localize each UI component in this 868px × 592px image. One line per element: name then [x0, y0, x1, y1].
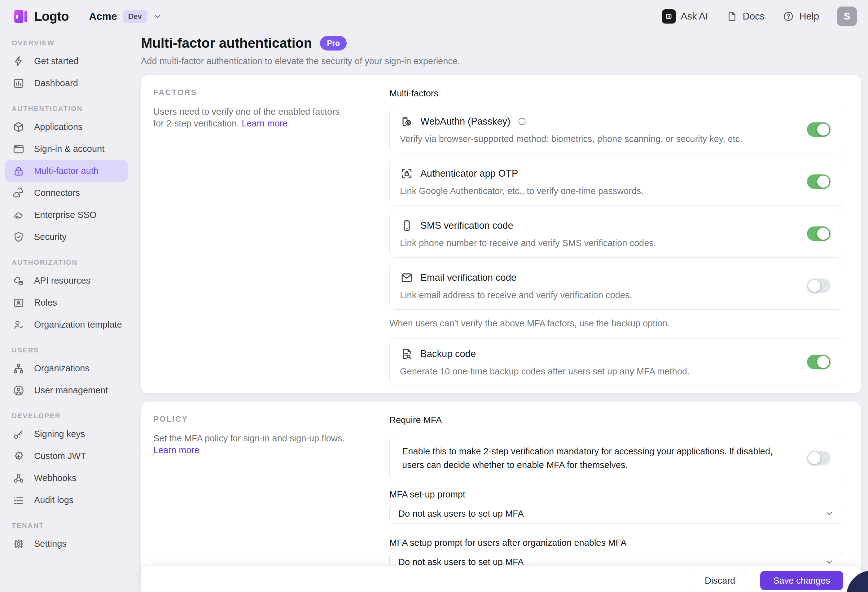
chevron-down-icon	[153, 12, 162, 21]
sidebar-item-audit-logs[interactable]: Audit logs	[5, 489, 128, 511]
sidebar-item-label: Get started	[34, 56, 78, 66]
email-toggle[interactable]	[807, 279, 831, 293]
discard-button[interactable]: Discard	[693, 571, 747, 590]
sidebar-item-webhooks[interactable]: Webhooks	[5, 467, 128, 489]
factor-title: Authenticator app OTP	[421, 167, 518, 180]
header-divider	[79, 10, 79, 23]
sidebar-item-label: Enterprise SSO	[34, 210, 96, 220]
factor-row-webauthn: WebAuthn (Passkey) Verify via browser-su…	[390, 106, 843, 154]
backup-code-toggle[interactable]	[807, 355, 831, 370]
policy-learn-more-link[interactable]: Learn more	[154, 445, 199, 455]
info-icon[interactable]	[517, 117, 527, 126]
docs-label: Docs	[743, 11, 765, 22]
multi-factors-heading: Multi-factors	[390, 88, 843, 99]
help-icon	[782, 10, 794, 22]
mfa-org-prompt-value: Do not ask users to set up MFA	[399, 557, 524, 567]
sidebar-item-organizations[interactable]: Organizations	[5, 357, 128, 379]
org-chart-icon	[12, 362, 25, 375]
sidebar-item-get-started[interactable]: Get started	[5, 50, 128, 72]
dashboard-icon	[12, 77, 25, 90]
require-mfa-text: Enable this to make 2-step verification …	[402, 444, 787, 472]
factor-title: WebAuthn (Passkey)	[421, 115, 511, 128]
sidebar-item-organization-template[interactable]: Organization template	[5, 314, 128, 336]
sidebar-item-connectors[interactable]: Connectors	[5, 182, 128, 204]
sidebar-section-authentication: AUTHENTICATION	[12, 105, 128, 113]
policy-section-label: POLICY	[154, 414, 386, 424]
sidebar-item-api-resources[interactable]: API resources	[5, 270, 128, 292]
lock-icon	[12, 165, 25, 177]
sidebar-item-applications[interactable]: Applications	[5, 116, 128, 138]
sidebar-item-label: Signing keys	[34, 429, 85, 439]
factor-description: Link phone number to receive and verify …	[400, 237, 787, 249]
sidebar-item-custom-jwt[interactable]: Custom JWT	[5, 445, 128, 467]
policy-description-text: Set the MFA policy for sign-in and sign-…	[154, 433, 344, 443]
sidebar-item-label: Multi-factor auth	[34, 166, 99, 176]
jwt-badge-icon	[12, 450, 25, 462]
top-bar: Logto Acme Dev Ask AI Docs Help S	[0, 0, 868, 33]
sidebar-item-sign-in-account[interactable]: Sign-in & account	[5, 138, 128, 160]
docs-button[interactable]: Docs	[726, 10, 765, 22]
factor-row-authenticator-otp: Authenticator app OTP Link Google Authen…	[390, 158, 843, 206]
factor-title: Email verification code	[421, 271, 517, 284]
chevron-down-icon	[824, 509, 834, 518]
sidebar-item-roles[interactable]: Roles	[5, 292, 128, 314]
factor-description: Generate 10 one-time backup codes after …	[400, 366, 787, 377]
sidebar-item-label: Sign-in & account	[34, 144, 105, 154]
sidebar-item-user-management[interactable]: User management	[5, 379, 128, 401]
sidebar-item-security[interactable]: Security	[5, 226, 128, 248]
backup-option-note: When users can't verify the above MFA fa…	[390, 318, 843, 329]
factors-learn-more-link[interactable]: Learn more	[242, 118, 288, 128]
main-content: Multi-factor authentication Pro Add mult…	[133, 33, 868, 592]
org-name: Acme	[89, 10, 117, 22]
backup-code-icon	[400, 347, 413, 361]
sidebar-item-signing-keys[interactable]: Signing keys	[5, 423, 128, 445]
sidebar-item-label: Custom JWT	[34, 451, 86, 461]
sidebar-section-developer: DEVELOPER	[12, 412, 128, 420]
sidebar-item-label: Webhooks	[34, 473, 77, 483]
sidebar-item-settings[interactable]: Settings	[5, 533, 128, 555]
require-mfa-toggle[interactable]	[807, 451, 831, 466]
ask-ai-icon	[662, 9, 676, 24]
browser-icon	[12, 143, 25, 155]
page-title: Multi-factor authentication	[141, 36, 312, 50]
sidebar-section-authorization: AUTHORIZATION	[12, 259, 128, 266]
help-button[interactable]: Help	[782, 10, 819, 22]
cloud-key-icon	[12, 209, 25, 221]
factors-card: FACTORS Users need to verify one of the …	[141, 75, 861, 393]
api-resources-icon	[12, 275, 25, 287]
webhook-icon	[12, 472, 25, 484]
gear-icon	[12, 538, 25, 550]
save-bar: Discard Save changes	[141, 566, 861, 592]
authenticator-otp-toggle[interactable]	[807, 175, 831, 189]
pro-badge: Pro	[320, 36, 347, 50]
sidebar-item-label: Applications	[34, 122, 83, 132]
sms-toggle[interactable]	[807, 226, 831, 241]
factor-description: Link email address to receive and verify…	[400, 290, 787, 300]
sidebar-item-multi-factor-auth[interactable]: Multi-factor auth	[5, 160, 128, 182]
policy-section-description: Set the MFA policy for sign-in and sign-…	[154, 432, 351, 456]
user-circle-icon	[12, 384, 25, 397]
require-mfa-label: Require MFA	[390, 414, 843, 426]
mfa-setup-prompt-label: MFA set-up prompt	[390, 489, 843, 500]
save-changes-button[interactable]: Save changes	[760, 571, 843, 590]
sidebar-item-label: Connectors	[34, 188, 80, 198]
sidebar-section-overview: OVERVIEW	[12, 39, 128, 47]
webauthn-toggle[interactable]	[807, 123, 831, 137]
ask-ai-button[interactable]: Ask AI	[662, 9, 708, 24]
sidebar-item-label: API resources	[34, 275, 90, 286]
list-icon	[12, 494, 25, 506]
sidebar-item-label: Audit logs	[34, 495, 74, 505]
bolt-icon	[12, 55, 25, 68]
sidebar-item-enterprise-sso[interactable]: Enterprise SSO	[5, 204, 128, 226]
sidebar-item-dashboard[interactable]: Dashboard	[5, 72, 128, 94]
sidebar-item-label: User management	[34, 385, 108, 395]
help-label: Help	[799, 11, 819, 22]
sidebar-item-label: Roles	[34, 297, 57, 308]
logo[interactable]: Logto	[11, 8, 69, 25]
tenant-selector[interactable]: Acme Dev	[89, 10, 162, 23]
mfa-setup-prompt-select[interactable]: Do not ask users to set up MFA	[390, 504, 843, 524]
user-check-icon	[12, 319, 25, 331]
factor-description: Verify via browser-supported method: bio…	[400, 133, 787, 144]
chevron-down-icon	[824, 557, 834, 567]
avatar[interactable]: S	[837, 6, 857, 26]
